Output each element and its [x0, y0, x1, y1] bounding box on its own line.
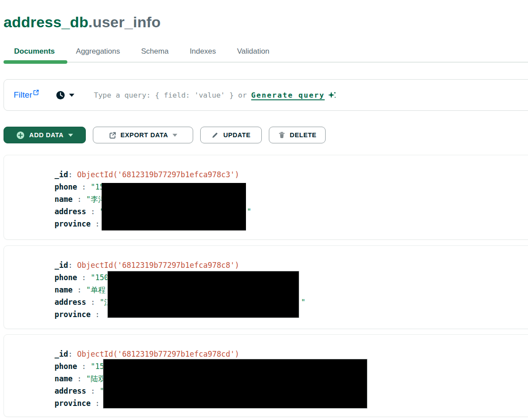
delete-button[interactable]: DELETE: [269, 127, 326, 143]
field-key: _id: [55, 350, 68, 358]
query-input[interactable]: Type a query: { field: 'value' } or Gene…: [94, 91, 336, 99]
add-data-button[interactable]: ADD DATA: [4, 127, 86, 143]
query-placeholder: Type a query: { field: 'value' } or: [94, 91, 251, 99]
tab-underline-track: [4, 62, 528, 63]
field-key: _id: [55, 261, 68, 270]
external-link-icon: [33, 89, 39, 95]
add-data-label: ADD DATA: [29, 131, 63, 139]
plus-circle-icon: [16, 131, 25, 139]
string-value: "单程: [86, 285, 106, 294]
field-key: province: [55, 310, 91, 319]
query-history-button[interactable]: [56, 91, 74, 100]
generate-query-link[interactable]: Generate query: [251, 91, 325, 99]
database-name: address_db: [4, 14, 88, 30]
caret-down-icon: [68, 134, 73, 137]
field-key: name: [55, 374, 73, 383]
page-title: address_db.user_info: [4, 14, 161, 31]
address-value-tail: ": [247, 205, 251, 218]
string-value: "15: [91, 362, 104, 371]
string-value: "150: [91, 273, 109, 282]
trash-icon: [278, 131, 286, 139]
field-key: phone: [55, 273, 77, 282]
field-row-id: _id: ObjectId('6812319b77297b1efca978c3'…: [55, 168, 528, 181]
objectid-value: ObjectId('6812319b77297b1efca978cd'): [77, 350, 239, 358]
field-key: address: [55, 207, 86, 216]
field-key: name: [55, 285, 73, 294]
update-label: UPDATE: [223, 131, 250, 139]
export-data-button[interactable]: EXPORT DATA: [93, 127, 193, 143]
field-row-id: _id: ObjectId('6812319b77297b1efca978c8'…: [55, 259, 528, 271]
pencil-icon: [211, 131, 219, 139]
objectid-value: ObjectId('6812319b77297b1efca978c3'): [77, 170, 239, 179]
field-key: phone: [55, 183, 77, 191]
tab-aggregations[interactable]: Aggregations: [66, 47, 131, 56]
redaction-overlay: [107, 271, 299, 318]
collection-name: .user_info: [88, 14, 161, 30]
query-bar: Filter Type a query: { field: 'value' } …: [4, 79, 528, 111]
document-card[interactable]: _id: ObjectId('6812319b77297b1efca978cd'…: [4, 334, 528, 417]
delete-label: DELETE: [290, 131, 317, 139]
active-tab-indicator: [4, 60, 67, 64]
field-key: name: [55, 195, 73, 204]
field-key: address: [55, 298, 86, 307]
filter-link-label: Filter: [14, 90, 32, 100]
redaction-overlay: [103, 359, 367, 409]
history-clock-icon: [56, 91, 65, 100]
filter-link[interactable]: Filter: [14, 90, 39, 100]
caret-down-icon: [172, 134, 177, 137]
document-card[interactable]: _id: ObjectId('6812319b77297b1efca978c3'…: [4, 155, 528, 240]
field-key: province: [55, 219, 91, 228]
toolbar: ADD DATA EXPORT DATA UPDATE DELETE: [4, 127, 326, 143]
field-key: address: [55, 387, 86, 395]
caret-down-icon: [69, 94, 74, 97]
document-card[interactable]: _id: ObjectId('6812319b77297b1efca978c8'…: [4, 245, 528, 329]
tab-indexes[interactable]: Indexes: [179, 47, 227, 56]
update-button[interactable]: UPDATE: [200, 127, 262, 143]
sparkle-icon: [328, 91, 336, 99]
objectid-value: ObjectId('6812319b77297b1efca978c8'): [77, 261, 239, 270]
collection-tabs: Documents Aggregations Schema Indexes Va…: [4, 43, 280, 60]
field-row-id: _id: ObjectId('6812319b77297b1efca978cd'…: [55, 348, 528, 360]
field-key: _id: [55, 170, 68, 179]
address-value-tail: ": [301, 296, 305, 308]
redaction-overlay: [102, 183, 246, 230]
tab-documents[interactable]: Documents: [4, 47, 66, 56]
export-data-label: EXPORT DATA: [121, 131, 168, 139]
tab-schema[interactable]: Schema: [131, 47, 179, 56]
tab-validation[interactable]: Validation: [227, 47, 280, 56]
field-key: phone: [55, 362, 77, 371]
field-key: province: [55, 399, 91, 408]
export-icon: [109, 131, 116, 139]
